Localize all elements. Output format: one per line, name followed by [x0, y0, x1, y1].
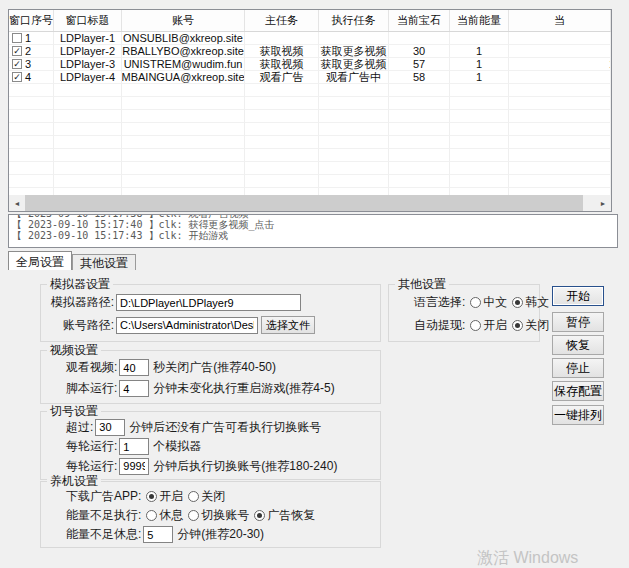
download-ad-app-radio-icon[interactable]: [146, 491, 157, 502]
table-row[interactable]: 1LDPlayer-1ONSUBLIB@xkreop.site: [9, 32, 611, 45]
cell-gems: [389, 32, 450, 45]
group-body: 观看视频:秒关闭广告(推荐40-50)脚本运行:分钟未变化执行重启游戏(推荐4-…: [41, 355, 380, 401]
download-ad-app-radio-icon[interactable]: [188, 491, 199, 502]
row-number: 3: [25, 58, 31, 70]
low-energy-action-option[interactable]: 休息: [146, 507, 183, 524]
download-ad-app-option[interactable]: 关闭: [188, 488, 225, 505]
empty-cell: [245, 123, 319, 136]
script-restart-minutes-input[interactable]: [119, 380, 149, 397]
row-select-cell: 1: [9, 32, 54, 45]
row-checkbox[interactable]: ✓: [12, 46, 22, 56]
language-select-radio-icon[interactable]: [470, 297, 481, 308]
empty-cell: [319, 97, 389, 110]
low-energy-rest-minutes-input[interactable]: [143, 526, 173, 543]
table-row[interactable]: ✓3LDPlayer-3UNISTREM@wudim.fun获取视频获取更多视频…: [9, 58, 611, 71]
table-horizontal-scrollbar[interactable]: ◄ ►: [9, 195, 611, 211]
download-ad-app-option[interactable]: 开启: [146, 488, 183, 505]
column-header-3[interactable]: 账号: [122, 10, 245, 31]
tab-other-settings[interactable]: 其他设置: [72, 254, 136, 270]
minutes-per-round-input[interactable]: [119, 458, 149, 475]
low-energy-action-option-label: 休息: [159, 507, 183, 524]
scroll-right-arrow-icon[interactable]: ►: [595, 195, 611, 211]
column-header-8[interactable]: 当: [509, 10, 611, 31]
column-header-5[interactable]: 执行任务: [319, 10, 389, 31]
tab-global-settings[interactable]: 全局设置: [8, 251, 72, 270]
empty-cell: [319, 110, 389, 123]
empty-cell: [122, 162, 245, 175]
account-path-input[interactable]: [116, 317, 258, 334]
empty-table-row: [9, 136, 611, 149]
arrange-windows-button[interactable]: 一键排列: [552, 405, 604, 425]
empty-cell: [319, 149, 389, 162]
account-path-label: 账号路径:: [47, 317, 114, 334]
cell-energy: [450, 32, 509, 45]
empty-cell: [245, 110, 319, 123]
empty-cell: [54, 84, 122, 97]
start-button[interactable]: 开始: [552, 286, 604, 306]
low-energy-action-radio-icon[interactable]: [254, 510, 265, 521]
script-restart-minutes-suffix: 分钟未变化执行重启游戏(推荐4-5): [153, 380, 334, 397]
empty-cell: [509, 84, 611, 97]
column-header-7[interactable]: 当前能量: [450, 10, 509, 31]
auto-withdraw-option[interactable]: 关闭: [512, 317, 549, 334]
language-select-option[interactable]: 韩文: [512, 294, 549, 311]
low-energy-action-option[interactable]: 切换账号: [188, 507, 249, 524]
column-header-2[interactable]: 窗口标题: [54, 10, 122, 31]
auto-withdraw-label: 自动提现:: [414, 317, 465, 334]
empty-cell: [509, 149, 611, 162]
empty-cell: [245, 84, 319, 97]
empty-cell: [54, 136, 122, 149]
emulators-per-round-input[interactable]: [119, 438, 149, 455]
watch-video-seconds-input[interactable]: [119, 359, 149, 376]
low-energy-action-row: 能量不足执行:休息切换账号广告恢复: [41, 507, 380, 524]
scroll-left-arrow-icon[interactable]: ◄: [9, 195, 25, 211]
group-body: 语言选择:中文韩文自动提现:开启关闭(测试版): [389, 289, 539, 339]
scrollbar-thumb[interactable]: [25, 195, 583, 211]
pause-button[interactable]: 暂停: [552, 312, 604, 332]
emulator-path-input[interactable]: [116, 294, 301, 311]
group-body: 模拟器路径:账号路径:选择文件: [41, 289, 380, 339]
empty-cell: [245, 136, 319, 149]
stop-button[interactable]: 停止: [552, 358, 604, 378]
column-header-4[interactable]: 主任务: [245, 10, 319, 31]
column-header-6[interactable]: 当前宝石: [389, 10, 450, 31]
empty-cell: [389, 110, 450, 123]
language-select-option[interactable]: 中文: [470, 294, 507, 311]
cell-main_task: 获取视频: [245, 45, 319, 58]
row-checkbox[interactable]: [12, 33, 22, 43]
empty-table-row: [9, 175, 611, 188]
auto-withdraw-radio-icon[interactable]: [512, 320, 523, 331]
table-row[interactable]: ✓4LDPlayer-4MBAINGUA@xkreop.site观看广告观看广告…: [9, 71, 611, 84]
empty-cell: [54, 149, 122, 162]
auto-withdraw-option[interactable]: 开启: [470, 317, 507, 334]
empty-cell: [245, 149, 319, 162]
choose-file-button[interactable]: 选择文件: [261, 316, 315, 334]
resume-button[interactable]: 恢复: [552, 335, 604, 355]
download-ad-app-option-label: 关闭: [201, 488, 225, 505]
switch-settings-group: 切号设置超过:分钟后还没有广告可看执行切换账号每轮运行:个模拟器每轮运行:分钟后…: [40, 411, 381, 480]
auto-withdraw-radio-icon[interactable]: [470, 320, 481, 331]
language-select-radio-icon[interactable]: [512, 297, 523, 308]
table-body: 1LDPlayer-1ONSUBLIB@xkreop.site✓2LDPlaye…: [9, 32, 611, 195]
low-energy-action-radio-icon[interactable]: [146, 510, 157, 521]
table-row[interactable]: ✓2LDPlayer-2RBALLYBO@xkreop.site获取视频获取更多…: [9, 45, 611, 58]
empty-cell: [509, 136, 611, 149]
empty-cell: [389, 175, 450, 188]
save-config-button[interactable]: 保存配置: [552, 381, 604, 401]
empty-cell: [450, 136, 509, 149]
empty-cell: [9, 136, 54, 149]
empty-cell: [9, 175, 54, 188]
low-energy-action-radio-icon[interactable]: [188, 510, 199, 521]
download-ad-app-option-label: 开启: [159, 488, 183, 505]
low-energy-action-option[interactable]: 广告恢复: [254, 507, 315, 524]
emulator-table: 窗口序号窗口标题账号主任务执行任务当前宝石当前能量当 1LDPlayer-1ON…: [8, 9, 612, 212]
column-header-1[interactable]: 窗口序号: [9, 10, 54, 31]
low-energy-action-option-label: 切换账号: [201, 507, 249, 524]
empty-cell: [9, 188, 54, 195]
row-checkbox[interactable]: ✓: [12, 59, 22, 69]
other-settings-group: 其他设置语言选择:中文韩文自动提现:开启关闭(测试版): [388, 284, 540, 342]
row-checkbox[interactable]: ✓: [12, 72, 22, 82]
switch-timeout-minutes-input[interactable]: [95, 419, 125, 436]
empty-cell: [54, 97, 122, 110]
cell-energy: 1: [450, 45, 509, 58]
